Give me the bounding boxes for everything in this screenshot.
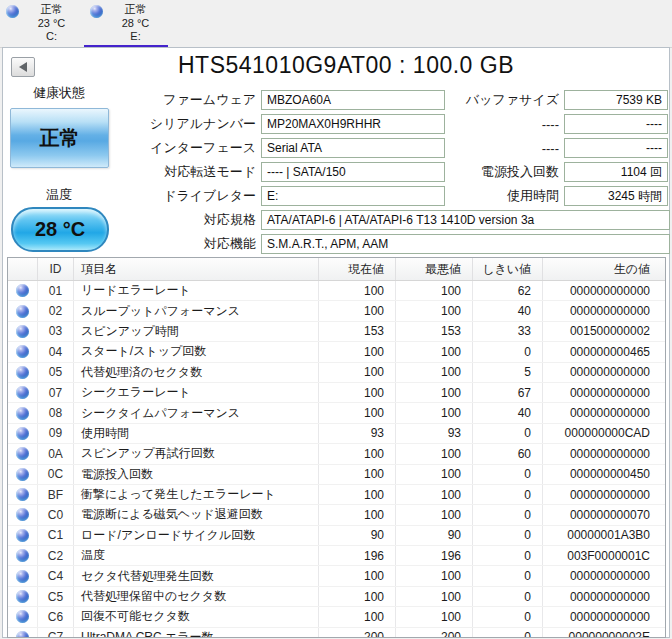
table-row[interactable]: 01リードエラーレート10010062000000000000 [8, 281, 665, 301]
info-field-row: ドライブレターE: [89, 186, 445, 206]
table-row[interactable]: 07シークエラーレート10010067000000000000 [8, 383, 665, 403]
table-row[interactable]: 08シークタイムパフォーマンス10010040000000000000 [8, 403, 665, 423]
drive-tab-text: 正常23 °CC: [19, 3, 84, 44]
cell-name: スタート/ストップ回数 [74, 342, 319, 361]
cell-name: スループットパフォーマンス [74, 301, 319, 320]
table-row[interactable]: 09使用時間93930000000000CAD [8, 424, 665, 444]
cell-id: 0C [38, 465, 74, 484]
smart-attribute-table: ID項目名現在値最悪値しきい値生の値 01リードエラーレート1001006200… [7, 257, 666, 638]
cell-raw-value: 000000000000 [543, 281, 661, 300]
cell-status [8, 403, 38, 422]
back-button[interactable] [11, 57, 35, 77]
cell-name: 回復不可能セクタ数 [74, 607, 319, 626]
cell-worst: 100 [396, 403, 473, 422]
drive-tab-E[interactable]: 正常28 °CE: [84, 0, 168, 47]
cell-id: 03 [38, 322, 74, 341]
header-cell: 生の値 [543, 258, 661, 280]
table-row[interactable]: C2温度1961960003F0000001C [8, 546, 665, 566]
field-label: 対応転送モード [89, 163, 261, 181]
cell-worst: 196 [396, 546, 473, 565]
cell-worst: 100 [396, 566, 473, 585]
drive-tab-C[interactable]: 正常23 °CC: [0, 0, 84, 47]
field-value-box: 3245 時間 [564, 186, 668, 206]
cell-name: セクタ代替処理発生回数 [74, 566, 319, 585]
cell-raw-value: 00000000002E [543, 628, 661, 638]
field-label: インターフェース [89, 139, 261, 157]
cell-worst: 100 [396, 301, 473, 320]
cell-raw-value: 000000000000 [543, 444, 661, 463]
cell-status [8, 281, 38, 300]
table-row[interactable]: BF衝撃によって発生したエラーレート1001000000000000000 [8, 485, 665, 505]
info-field-row: ファームウェアMBZOA60A [89, 90, 445, 110]
tab-temperature: 23 °C [19, 17, 84, 31]
table-row[interactable]: 05代替処理済のセクタ数1001005000000000000 [8, 363, 665, 383]
attribute-status-orb-icon [16, 386, 29, 399]
attribute-status-orb-icon [16, 590, 29, 603]
field-value: MP20MAX0H9RHHR [267, 117, 381, 131]
field-value-box: 7539 KB [564, 90, 668, 110]
info-field-row: シリアルナンバーMP20MAX0H9RHHR [89, 114, 445, 134]
info-field-row: 電源投入回数1104 回 [413, 162, 668, 182]
cell-current: 100 [319, 465, 396, 484]
cell-name: リードエラーレート [74, 281, 319, 300]
field-value: S.M.A.R.T., APM, AAM [267, 237, 388, 251]
cell-worst: 100 [396, 607, 473, 626]
cell-threshold: 0 [473, 587, 543, 606]
cell-status [8, 526, 38, 545]
table-row[interactable]: C6回復不可能セクタ数1001000000000000000 [8, 607, 665, 627]
back-arrow-icon [19, 62, 27, 72]
field-label: 電源投入回数 [413, 163, 564, 181]
field-value: MBZOA60A [267, 93, 331, 107]
info-field-row: 対応機能S.M.A.R.T., APM, AAM [89, 234, 670, 254]
table-row[interactable]: 02スループットパフォーマンス10010040000000000000 [8, 301, 665, 321]
header-cell: ID [38, 258, 74, 280]
cell-id: C2 [38, 546, 74, 565]
cell-raw-value: 00000001A3B0 [543, 526, 661, 545]
cell-status [8, 607, 38, 626]
field-value-box: 1104 回 [564, 162, 668, 182]
cell-id: 02 [38, 301, 74, 320]
cell-current: 200 [319, 628, 396, 638]
table-row[interactable]: 0Aスピンアップ再試行回数10010060000000000000 [8, 444, 665, 464]
attribute-status-orb-icon [16, 468, 29, 481]
cell-current: 196 [319, 546, 396, 565]
table-row[interactable]: 03スピンアップ時間15315333001500000002 [8, 322, 665, 342]
cell-name: UltraDMA CRC エラー数 [74, 628, 319, 638]
cell-current: 93 [319, 424, 396, 443]
table-row[interactable]: 04スタート/ストップ回数1001000000000000465 [8, 342, 665, 362]
main-panel: HTS541010G9AT00 : 100.0 GB 健康状態 正常 温度 28… [2, 47, 670, 638]
cell-raw-value: 000000000000 [543, 301, 661, 320]
cell-raw-value: 000000000450 [543, 465, 661, 484]
attribute-status-orb-icon [16, 305, 29, 318]
field-value: E: [267, 189, 278, 203]
field-label: ---- [413, 117, 564, 132]
field-value: 1104 回 [621, 164, 662, 181]
cell-status [8, 383, 38, 402]
info-field-row: -------- [413, 114, 668, 134]
cell-worst: 100 [396, 281, 473, 300]
table-row[interactable]: 0C電源投入回数1001000000000000450 [8, 465, 665, 485]
attribute-status-orb-icon [16, 325, 29, 338]
cell-id: C1 [38, 526, 74, 545]
cell-threshold: 0 [473, 546, 543, 565]
drive-tabs: 正常23 °CC:正常28 °CE: [0, 0, 672, 48]
table-row[interactable]: C5代替処理保留中のセクタ数1001000000000000000 [8, 587, 665, 607]
cell-threshold: 62 [473, 281, 543, 300]
header-cell: しきい値 [473, 258, 543, 280]
table-row[interactable]: C4セクタ代替処理発生回数1001000000000000000 [8, 566, 665, 586]
attribute-status-orb-icon [16, 529, 29, 542]
table-row[interactable]: C7UltraDMA CRC エラー数200200000000000002E [8, 628, 665, 638]
cell-status [8, 587, 38, 606]
attribute-status-orb-icon [16, 549, 29, 562]
cell-worst: 100 [396, 383, 473, 402]
cell-name: スピンアップ時間 [74, 322, 319, 341]
table-row[interactable]: C1ロード/アンロードサイクル回数9090000000001A3B0 [8, 526, 665, 546]
field-label: 対応機能 [89, 235, 261, 253]
cell-raw-value: 000000000000 [543, 485, 661, 504]
cell-id: C7 [38, 628, 74, 638]
table-row[interactable]: C0電源断による磁気ヘッド退避回数1001000000000000070 [8, 505, 665, 525]
attribute-status-orb-icon [16, 488, 29, 501]
cell-status [8, 566, 38, 585]
cell-name: 温度 [74, 546, 319, 565]
tab-health-status: 正常 [103, 3, 168, 17]
